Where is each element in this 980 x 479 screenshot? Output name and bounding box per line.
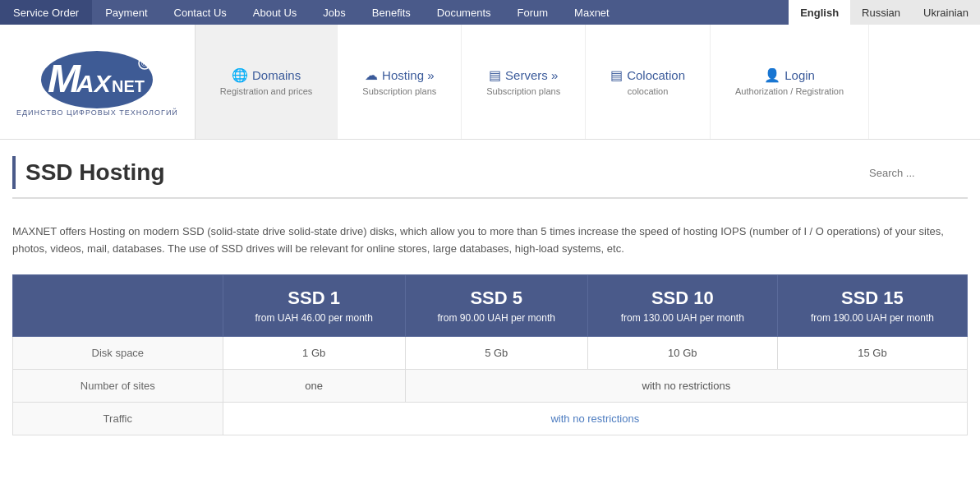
globe-icon: 🌐 [232, 67, 248, 83]
nav-menu: 🌐 Domains Registration and prices ☁ Host… [195, 25, 980, 139]
nav-hosting-label: Hosting » [382, 68, 434, 82]
nav-domains-subtitle: Registration and prices [220, 86, 313, 96]
table-row-disk-space: Disk space 1 Gb 5 Gb 10 Gb 15 Gb [13, 336, 968, 369]
user-icon: 👤 [764, 67, 780, 83]
row-label-disk-space: Disk space [13, 336, 223, 369]
logo-area: M AX NET ® ЕДИНСТВО ЦИФРОВЫХ ТЕХНОЛОГИЙ [0, 25, 195, 139]
lang-russian[interactable]: Russian [850, 0, 912, 25]
plan-price-ssd10: from 130.00 UAH per month [596, 312, 769, 324]
nav-servers-subtitle: Subscription plans [486, 86, 560, 96]
main-nav: M AX NET ® ЕДИНСТВО ЦИФРОВЫХ ТЕХНОЛОГИЙ … [0, 25, 980, 140]
nav-item-payment[interactable]: Payment [92, 0, 160, 25]
logo-svg: M AX NET ® [39, 47, 154, 113]
nav-login[interactable]: 👤 Login Authorization / Registration [711, 25, 869, 139]
svg-text:AX: AX [76, 70, 113, 97]
main-content: SSD Hosting MAXNET offers Hosting on mod… [0, 140, 980, 452]
row-val-disk-ssd5: 5 Gb [405, 336, 587, 369]
logo-tagline: ЕДИНСТВО ЦИФРОВЫХ ТЕХНОЛОГИЙ [16, 108, 178, 117]
nav-item-service-order[interactable]: Service Order [0, 0, 92, 25]
nav-login-subtitle: Authorization / Registration [735, 86, 844, 96]
top-nav: Service Order Payment Contact Us About U… [0, 0, 980, 25]
nav-colocation-label: Colocation [627, 68, 685, 82]
row-val-disk-ssd15: 15 Gb [777, 336, 967, 369]
plan-name-ssd10: SSD 10 [596, 288, 769, 309]
row-val-sites-ssd1: one [223, 369, 405, 402]
language-section: English Russian Ukrainian [789, 0, 980, 25]
svg-text:®: ® [141, 59, 148, 68]
row-label-num-sites: Number of sites [13, 369, 223, 402]
pricing-table: SSD 1 from UAH 46.00 per month SSD 5 fro… [12, 274, 968, 435]
row-val-traffic: with no restrictions [223, 402, 967, 435]
row-val-sites-colspan: with no restrictions [405, 369, 967, 402]
plan-price-ssd1: from UAH 46.00 per month [232, 312, 397, 324]
search-input[interactable] [869, 167, 968, 179]
table-row-traffic: Traffic with no restrictions [13, 402, 968, 435]
plan-name-ssd1: SSD 1 [232, 288, 397, 309]
nav-hosting[interactable]: ☁ Hosting » Subscription plans [338, 25, 462, 139]
nav-servers[interactable]: ▤ Servers » Subscription plans [462, 25, 586, 139]
nav-domains-label: Domains [252, 68, 301, 82]
nav-colocation-subtitle: colocation [628, 86, 669, 96]
row-val-disk-ssd1: 1 Gb [223, 336, 405, 369]
nav-item-contact-us[interactable]: Contact Us [161, 0, 240, 25]
plan-name-ssd5: SSD 5 [414, 288, 579, 309]
nav-hosting-subtitle: Subscription plans [362, 86, 436, 96]
nav-item-jobs[interactable]: Jobs [310, 0, 358, 25]
nav-domains[interactable]: 🌐 Domains Registration and prices [195, 25, 338, 139]
table-header-ssd1: SSD 1 from UAH 46.00 per month [223, 274, 405, 336]
plan-name-ssd15: SSD 15 [786, 288, 959, 309]
lang-english[interactable]: English [789, 0, 850, 25]
description-text: MAXNET offers Hosting on modern SSD (sol… [12, 223, 968, 258]
nav-item-documents[interactable]: Documents [424, 0, 504, 25]
row-label-traffic: Traffic [13, 402, 223, 435]
nav-login-label: Login [784, 68, 815, 82]
plan-price-ssd5: from 90.00 UAH per month [414, 312, 579, 324]
cloud-icon: ☁ [365, 67, 378, 83]
nav-item-benefits[interactable]: Benefits [359, 0, 424, 25]
title-bar-decoration [12, 156, 16, 189]
table-header-ssd15: SSD 15 from 190.00 UAH per month [777, 274, 967, 336]
search-area [869, 167, 968, 179]
nav-colocation[interactable]: ▤ Colocation colocation [586, 25, 711, 139]
nav-item-forum[interactable]: Forum [504, 0, 562, 25]
page-title-section: SSD Hosting [12, 156, 968, 199]
nav-item-about-us[interactable]: About Us [240, 0, 310, 25]
table-header-empty [13, 274, 223, 336]
table-header-ssd10: SSD 10 from 130.00 UAH per month [587, 274, 777, 336]
lang-ukrainian[interactable]: Ukrainian [912, 0, 980, 25]
table-row-num-sites: Number of sites one with no restrictions [13, 369, 968, 402]
colocation-icon: ▤ [610, 67, 623, 83]
table-header-ssd5: SSD 5 from 90.00 UAH per month [405, 274, 587, 336]
row-val-disk-ssd10: 10 Gb [587, 336, 777, 369]
nav-servers-label: Servers » [505, 68, 558, 82]
nav-item-maxnet[interactable]: Maxnet [561, 0, 623, 25]
svg-text:NET: NET [112, 77, 145, 95]
page-title: SSD Hosting [25, 159, 165, 186]
server-icon: ▤ [489, 67, 501, 83]
plan-price-ssd15: from 190.00 UAH per month [786, 312, 959, 324]
